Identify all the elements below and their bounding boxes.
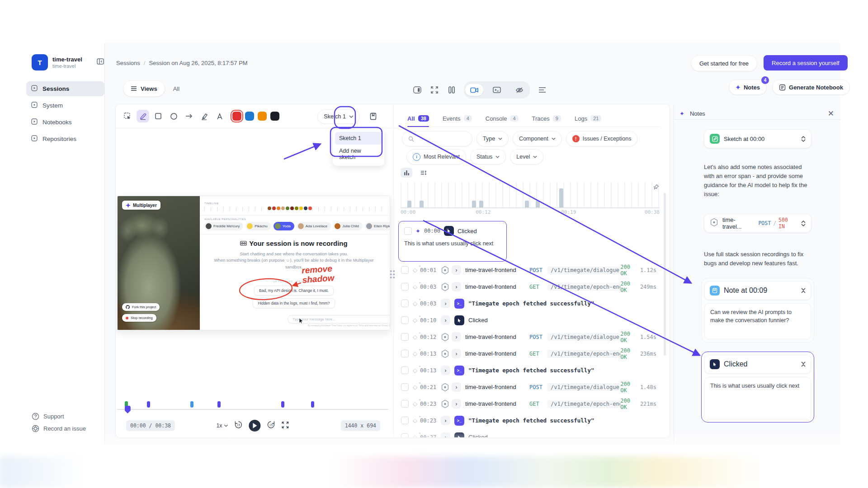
console-mode-button[interactable] bbox=[488, 84, 506, 96]
color-swatch-orange[interactable] bbox=[258, 112, 267, 121]
unfold-icon[interactable] bbox=[801, 136, 806, 142]
events-tab[interactable]: Events 4 bbox=[443, 110, 472, 127]
support-link[interactable]: Support bbox=[26, 413, 86, 420]
collapse-sidebar-icon[interactable] bbox=[96, 57, 104, 67]
event-checkbox[interactable] bbox=[401, 400, 409, 408]
event-row[interactable]: ◇ 00:03 › time-travel-frontend GET /v1/t… bbox=[394, 278, 670, 295]
select-tool[interactable] bbox=[121, 110, 134, 122]
scrubber-marker[interactable] bbox=[281, 401, 284, 408]
scrubber-marker[interactable] bbox=[311, 401, 314, 408]
get-started-button[interactable]: Get started for free bbox=[691, 55, 757, 71]
ellipse-tool[interactable] bbox=[167, 110, 180, 122]
events-tab[interactable]: Logs 21 bbox=[575, 110, 601, 127]
unfold-icon[interactable] bbox=[801, 221, 806, 226]
event-checkbox[interactable] bbox=[401, 366, 409, 374]
columns-icon[interactable] bbox=[447, 85, 457, 95]
issues-filter[interactable]: ! Issues / Exceptions bbox=[566, 131, 638, 146]
event-row[interactable]: ◇ 00:10 › >_ bbox=[394, 312, 670, 328]
event-checkbox[interactable] bbox=[401, 417, 409, 424]
close-notes-icon[interactable]: ✕ bbox=[828, 109, 834, 118]
expand-row-button[interactable]: › bbox=[452, 265, 461, 275]
event-row[interactable]: ◇ 00:12 › time-travel-frontend POST /v1/… bbox=[394, 328, 670, 345]
rectangle-tool[interactable] bbox=[152, 110, 165, 122]
event-checkbox[interactable] bbox=[401, 383, 409, 391]
sidebar-item[interactable]: System bbox=[26, 98, 104, 113]
scrubber-marker[interactable] bbox=[147, 401, 150, 408]
personality-chip[interactable]: Yoda bbox=[274, 222, 294, 230]
expand-row-button[interactable]: › bbox=[441, 299, 450, 308]
events-tab[interactable]: All 38 bbox=[407, 110, 429, 127]
fold-icon[interactable] bbox=[801, 288, 806, 293]
playhead[interactable] bbox=[125, 406, 131, 413]
expand-row-button[interactable]: › bbox=[452, 349, 461, 358]
notes-toggle-button[interactable]: ✦ Notes 4 bbox=[729, 80, 767, 95]
generate-notebook-button[interactable]: Generate Notebook bbox=[772, 80, 850, 95]
histogram-toggle[interactable] bbox=[401, 168, 412, 178]
personality-chip[interactable]: Pikachu bbox=[245, 222, 271, 230]
event-checkbox[interactable] bbox=[401, 350, 409, 357]
sketchbook-icon[interactable] bbox=[366, 110, 380, 122]
personality-chip[interactable]: Ada Lovelace bbox=[297, 222, 331, 230]
color-swatch-blue[interactable] bbox=[245, 112, 254, 121]
suggestion-chip-1[interactable]: Bad, my API design is. Change it, I must… bbox=[254, 286, 334, 296]
level-filter[interactable]: Level bbox=[510, 149, 543, 164]
event-row[interactable]: ◇ 00:21 › time-travel-frontend POST /v1/… bbox=[394, 379, 670, 395]
scrubber-marker[interactable] bbox=[190, 401, 193, 408]
stop-recording-button[interactable]: Stop recording bbox=[122, 314, 156, 322]
record-session-button[interactable]: Record a session yourself bbox=[764, 55, 848, 70]
pane-drag-handle[interactable]: ●●●●●● bbox=[390, 270, 394, 280]
event-checkbox[interactable] bbox=[401, 333, 409, 341]
personality-chip[interactable]: Ellen Ripley bbox=[365, 222, 390, 230]
video-mode-button[interactable] bbox=[465, 84, 483, 96]
search-input[interactable] bbox=[402, 131, 472, 146]
fullscreen-icon[interactable] bbox=[429, 85, 439, 95]
status-filter[interactable]: Status bbox=[470, 149, 506, 164]
clicked-card-body[interactable]: This is what users usually click next bbox=[704, 377, 811, 419]
expand-row-button[interactable]: › bbox=[441, 416, 450, 425]
color-swatch-black[interactable] bbox=[270, 112, 279, 121]
sidebar-item[interactable]: Repositories bbox=[26, 131, 104, 146]
scrubber-track[interactable] bbox=[117, 409, 388, 410]
sketch-menu-item[interactable]: Sketch 1 bbox=[335, 132, 382, 145]
color-swatch-red[interactable] bbox=[232, 112, 241, 121]
event-checkbox[interactable] bbox=[401, 283, 409, 291]
text-tool[interactable] bbox=[213, 110, 226, 122]
component-filter[interactable]: Component bbox=[513, 131, 562, 146]
note-card-body[interactable]: Can we review the AI prompts to make the… bbox=[704, 303, 811, 339]
workspace-switcher[interactable]: T time-travel time-travel bbox=[25, 54, 104, 70]
sidebar-item[interactable]: Sessions bbox=[26, 81, 104, 96]
fold-icon[interactable] bbox=[801, 361, 806, 367]
event-list-icon[interactable] bbox=[537, 85, 547, 95]
sketch-selector[interactable]: Sketch 1 bbox=[317, 109, 360, 124]
events-tab[interactable]: Console 4 bbox=[486, 110, 519, 127]
event-row[interactable]: ◇ 00:23 › >_ "Ti bbox=[394, 412, 670, 429]
highlighter-tool[interactable] bbox=[198, 110, 211, 122]
note-card[interactable]: Note at 00:09 Can we review the AI promp… bbox=[701, 278, 814, 343]
hide-mode-button[interactable] bbox=[510, 84, 528, 96]
personality-chip[interactable]: Julia Child bbox=[333, 222, 363, 230]
sort-filter[interactable]: i Most Relevant bbox=[406, 149, 466, 164]
sketch-menu-item[interactable]: Add new sketch bbox=[335, 145, 382, 164]
suggestion-chip-2[interactable]: Hidden data in the logs, must I find, hm… bbox=[253, 298, 335, 308]
list-toggle[interactable] bbox=[418, 168, 429, 178]
scrubber-marker[interactable] bbox=[217, 401, 221, 408]
event-row[interactable]: ◇ 00:23 › time-travel-frontend GET /v1/t… bbox=[394, 395, 670, 412]
pencil-tool[interactable] bbox=[137, 110, 149, 122]
events-scrollbar[interactable] bbox=[664, 193, 666, 356]
personality-chip[interactable]: Freddie Mercury bbox=[204, 222, 243, 230]
sidebar-item[interactable]: Notebooks bbox=[26, 115, 104, 130]
event-checkbox[interactable] bbox=[404, 227, 412, 235]
pinned-event-card[interactable]: ✦ 00:00 Clicked This is what users usual… bbox=[398, 221, 507, 262]
fork-project-button[interactable]: Fork this project bbox=[122, 303, 160, 311]
arrow-tool[interactable] bbox=[183, 110, 195, 122]
event-row[interactable]: ◇ 00:01 › time-travel-frontend POST /v1/… bbox=[394, 262, 670, 278]
event-checkbox[interactable] bbox=[401, 300, 409, 307]
expand-row-button[interactable]: › bbox=[452, 399, 461, 408]
expand-row-button[interactable]: › bbox=[452, 332, 461, 342]
event-checkbox[interactable] bbox=[401, 316, 409, 324]
clicked-note-card[interactable]: Clicked This is what users usually click… bbox=[701, 352, 814, 422]
event-checkbox[interactable] bbox=[401, 266, 409, 274]
panel-right-icon[interactable] bbox=[412, 85, 422, 95]
event-row[interactable]: ◇ 00:13 › >_ "Ti bbox=[394, 362, 670, 379]
playback-speed-selector[interactable]: 1x bbox=[216, 422, 228, 429]
